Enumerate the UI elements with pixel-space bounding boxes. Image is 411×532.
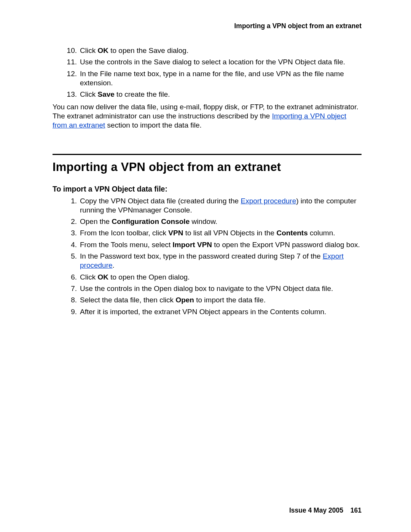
- delivery-paragraph: You can now deliver the data file, using…: [53, 102, 362, 130]
- procedure-subtitle: To import a VPN Object data file:: [53, 185, 362, 193]
- step-text: Open the Configuration Console window.: [80, 217, 362, 226]
- step-text: Use the controls in the Open dialog box …: [80, 284, 362, 293]
- section-title: Importing a VPN object from an extranet: [53, 160, 362, 174]
- step-text: Click Save to create the file.: [80, 90, 362, 99]
- page: Importing a VPN object from an extranet …: [0, 0, 411, 532]
- previous-steps-continuation: 10. Click OK to open the Save dialog. 11…: [53, 46, 362, 99]
- step-text: From the Icon toolbar, click VPN to list…: [80, 228, 362, 238]
- step-text: Use the controls in the Save dialog to s…: [80, 58, 362, 67]
- link-export-procedure[interactable]: Export procedure: [241, 197, 296, 205]
- step-number: 12.: [65, 69, 80, 88]
- step-number: 10.: [65, 46, 80, 55]
- step-number: 5.: [68, 252, 80, 270]
- import-steps-list: 1. Copy the VPN Object data file (create…: [53, 197, 362, 316]
- step-text: Select the data file, then click Open to…: [80, 296, 362, 305]
- step-number: 1.: [68, 197, 80, 215]
- step-number: 8.: [68, 296, 80, 305]
- step-number: 9.: [68, 307, 80, 316]
- running-header: Importing a VPN object from an extranet: [53, 22, 362, 30]
- issue-date: Issue 4 May 2005: [289, 506, 343, 514]
- step-number: 7.: [68, 284, 80, 293]
- page-number: 161: [350, 506, 362, 514]
- step-number: 11.: [65, 58, 80, 67]
- step-number: 13.: [65, 90, 80, 99]
- step-text: Copy the VPN Object data file (created d…: [80, 197, 362, 215]
- step-number: 2.: [68, 217, 80, 226]
- step-number: 3.: [68, 228, 80, 238]
- page-footer: Issue 4 May 2005 161: [289, 506, 362, 514]
- step-number: 6.: [68, 273, 80, 282]
- step-text: In the File name text box, type in a nam…: [80, 69, 362, 88]
- step-text: In the Password text box, type in the pa…: [80, 252, 362, 270]
- step-number: 4.: [68, 240, 80, 249]
- section-divider: [53, 154, 362, 155]
- step-text: Click OK to open the Save dialog.: [80, 46, 362, 55]
- step-text: After it is imported, the extranet VPN O…: [80, 307, 362, 316]
- step-text: From the Tools menu, select Import VPN t…: [80, 240, 362, 249]
- step-text: Click OK to open the Open dialog.: [80, 273, 362, 282]
